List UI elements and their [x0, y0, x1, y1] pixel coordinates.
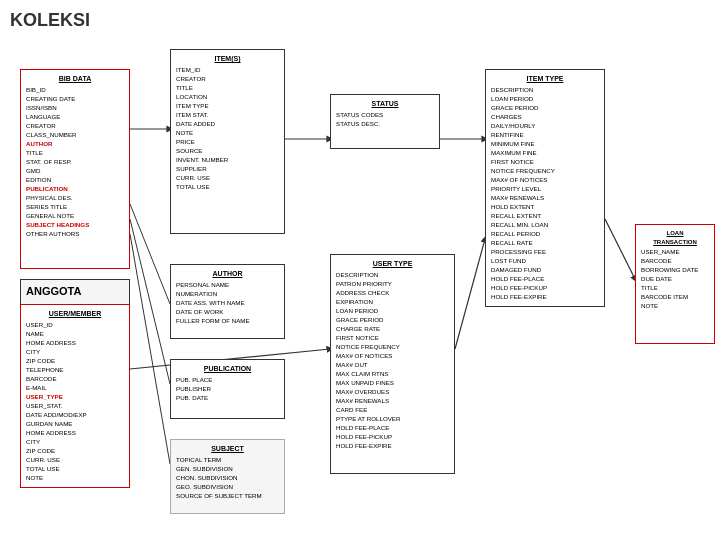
loan-transaction-title: LOANTRANSACTION: [641, 229, 709, 246]
field-notice_frequency-it: NOTICE FREQUENCY: [491, 167, 599, 176]
item-type-title: ITEM TYPE: [491, 74, 599, 84]
field-personal_name: PERSONAL NAME: [176, 281, 279, 290]
anggota-title: ANGGOTA: [26, 284, 124, 300]
field-card_fee: CARD FEE: [336, 406, 449, 415]
field-date_add: DATE ADD/MOD/EXP: [26, 411, 124, 420]
author-title: AUTHOR: [176, 269, 279, 279]
field-pub_date: PUB. DATE: [176, 394, 279, 403]
field-status_desc: STATUS DESC.: [336, 120, 434, 129]
field-telephone: TELEPHONE: [26, 366, 124, 375]
field-first_notice-it: FIRST NOTICE: [491, 158, 599, 167]
field-item_id: ITEM_ID: [176, 66, 279, 75]
loan-transaction-content: USER_NAME BARCODE BORROWING DATE DUE DAT…: [641, 248, 709, 311]
field-pub_place: PUB. PLACE: [176, 376, 279, 385]
field-bib_id: BIB_ID: [26, 86, 124, 95]
item-type-box: ITEM TYPE DESCRIPTION LOAN PERIOD GRACE …: [485, 69, 605, 307]
field-grace_period-ut: GRACE PERIOD: [336, 316, 449, 325]
field-creator-item: CREATOR: [176, 75, 279, 84]
svg-line-7: [130, 219, 170, 384]
user-member-content: USER_ID NAME HOME ADDRESS CITY ZIP CODE …: [26, 321, 124, 483]
field-barcode-lt: BARCODE: [641, 257, 709, 266]
field-source_subject: SOURCE OF SUBJECT TERM: [176, 492, 279, 501]
field-user_id: USER_ID: [26, 321, 124, 330]
field-maximum_fine: MAXIMUM FINE: [491, 149, 599, 158]
field-daily_hourly: DAILY/HOURLY: [491, 122, 599, 131]
publication-content: PUB. PLACE PUBLISHER PUB. DATE: [176, 376, 279, 403]
field-max_notices-it: MAX# OF NOTICES: [491, 176, 599, 185]
field-max_unpaid_fines: MAX UNPAID FINES: [336, 379, 449, 388]
field-zip_code2: ZIP CODE: [26, 447, 124, 456]
field-max_renewals-it: MAX# RENEWALS: [491, 194, 599, 203]
field-barcode_item: BARCODE ITEM: [641, 293, 709, 302]
field-max_overdues: MAX# OVERDUES: [336, 388, 449, 397]
field-author: AUTHOR: [26, 140, 124, 149]
field-max_claim_rtns: MAX CLAIM RTNS: [336, 370, 449, 379]
bib-data-content: BIB_ID CREATING DATE ISSN/ISBN LANGUAGE …: [26, 86, 124, 239]
field-curr_use: CURR. USE: [26, 456, 124, 465]
items-box: ITEM(S) ITEM_ID CREATOR TITLE LOCATION I…: [170, 49, 285, 234]
field-hold_fee_expire-it: HOLD FEE-EXPIRE: [491, 293, 599, 302]
field-item_stat: ITEM STAT.: [176, 111, 279, 120]
user-type-content: DESCRIPTION PATRON PRIORITY ADDRESS CHEC…: [336, 271, 449, 451]
field-charges: CHARGES: [491, 113, 599, 122]
field-gmd: GMD: [26, 167, 124, 176]
field-topical_term: TOPICAL TERM: [176, 456, 279, 465]
field-subject_headings: SUBJECT HEADINGS: [26, 221, 124, 230]
field-hold_fee_pickup-ut: HOLD FEE-PICKUP: [336, 433, 449, 442]
field-other_authors: OTHER AUTHORS: [26, 230, 124, 239]
field-due_date: DUE DATE: [641, 275, 709, 284]
field-processing_fee: PROCESSING FEE: [491, 248, 599, 257]
field-recall_min_loan: RECALL MIN. LOAN: [491, 221, 599, 230]
field-recall_extent: RECALL EXTENT: [491, 212, 599, 221]
field-description-it: DESCRIPTION: [491, 86, 599, 95]
field-location: LOCATION: [176, 93, 279, 102]
field-description-ut: DESCRIPTION: [336, 271, 449, 280]
field-max_notices-ut: MAX# OF NOTICES: [336, 352, 449, 361]
field-source: SOURCE: [176, 147, 279, 156]
publication-box: PUBLICATION PUB. PLACE PUBLISHER PUB. DA…: [170, 359, 285, 419]
subject-title: SUBJECT: [176, 444, 279, 454]
field-fuller_form: FULLER FORM OF NAME: [176, 317, 279, 326]
subject-content: TOPICAL TERM GEN. SUBDIVISION CHON. SUBD…: [176, 456, 279, 501]
page-title: KOLEKSI: [10, 10, 710, 31]
field-hold_fee_pickup-it: HOLD FEE-PICKUP: [491, 284, 599, 293]
field-max_renewals-ut: MAX# RENEWALS: [336, 397, 449, 406]
bib-data-box: BIB DATA BIB_ID CREATING DATE ISSN/ISBN …: [20, 69, 130, 269]
field-city: CITY: [26, 348, 124, 357]
field-user_type: USER_TYPE: [26, 393, 124, 402]
field-title-lt: TITLE: [641, 284, 709, 293]
field-physical_des: PHYSICAL DES.: [26, 194, 124, 203]
field-price: PRICE: [176, 138, 279, 147]
field-grace_period-it: GRACE PERIOD: [491, 104, 599, 113]
field-borrowing_date: BORROWING DATE: [641, 266, 709, 275]
field-stat_resp: STAT. OF RESP.: [26, 158, 124, 167]
anggota-box: ANGGOTA: [20, 279, 130, 305]
user-member-title: USER/MEMBER: [26, 309, 124, 319]
item-type-content: DESCRIPTION LOAN PERIOD GRACE PERIOD CHA…: [491, 86, 599, 302]
svg-line-4: [455, 239, 485, 349]
field-class_number: CLASS_NUMBER: [26, 131, 124, 140]
field-edition: EDITION: [26, 176, 124, 185]
user-type-title: USER TYPE: [336, 259, 449, 269]
field-ptype_rollover: PTYPE AT ROLLOVER: [336, 415, 449, 424]
field-minimum_fine: MINIMUM FINE: [491, 140, 599, 149]
field-lost_fund: LOST FUND: [491, 257, 599, 266]
field-status_codes: STATUS CODES: [336, 111, 434, 120]
field-user_stat: USER_STAT.: [26, 402, 124, 411]
field-patron_priority: PATRON PRIORITY: [336, 280, 449, 289]
field-gen_subdivision: GEN. SUBDIVISION: [176, 465, 279, 474]
svg-line-5: [605, 219, 635, 279]
field-date_ass: DATE ASS. WITH NAME: [176, 299, 279, 308]
field-max_out: MAX# OUT: [336, 361, 449, 370]
items-content: ITEM_ID CREATOR TITLE LOCATION ITEM TYPE…: [176, 66, 279, 192]
user-member-box: USER/MEMBER USER_ID NAME HOME ADDRESS CI…: [20, 304, 130, 488]
field-user_name-lt: USER_NAME: [641, 248, 709, 257]
field-hold_fee_place-it: HOLD FEE-PLACE: [491, 275, 599, 284]
author-box: AUTHOR PERSONAL NAME NUMERATION DATE ASS…: [170, 264, 285, 339]
publication-title: PUBLICATION: [176, 364, 279, 374]
field-curr_use-item: CURR. USE: [176, 174, 279, 183]
svg-line-8: [130, 234, 170, 464]
field-rentifine: RENTIFINE: [491, 131, 599, 140]
field-creating_date: CREATING DATE: [26, 95, 124, 104]
status-content: STATUS CODES STATUS DESC.: [336, 111, 434, 129]
